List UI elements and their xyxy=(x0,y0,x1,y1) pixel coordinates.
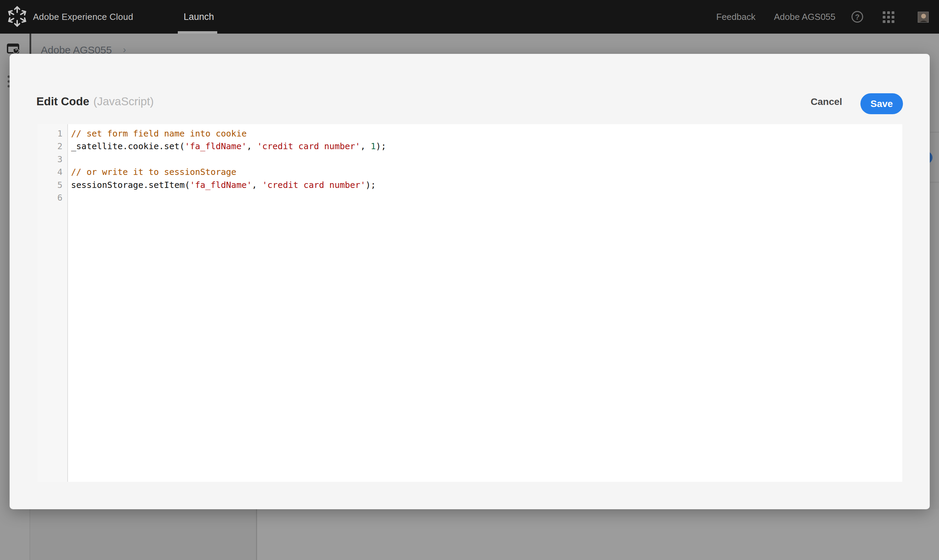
web-property-tag-icon[interactable] xyxy=(7,43,20,54)
line-number: 5 xyxy=(38,178,62,191)
line-number: 2 xyxy=(38,140,62,152)
screen: Adobe AGS055 › Adobe Experience xyxy=(0,0,939,560)
save-button[interactable]: Save xyxy=(860,93,903,114)
code-token: // set form field name into cookie xyxy=(71,129,247,138)
code-line xyxy=(71,153,902,166)
background-panel-border xyxy=(256,509,257,560)
line-number: 3 xyxy=(38,153,62,166)
top-bar: Adobe Experience Cloud Launch Feedback A… xyxy=(0,0,939,34)
code-token: 'fa_fldName' xyxy=(190,180,252,190)
edit-code-dialog: Edit Code(JavaScript) Cancel Save 123456… xyxy=(9,54,930,509)
feedback-link[interactable]: Feedback xyxy=(716,0,756,34)
code-line xyxy=(71,191,902,204)
code-token: ); xyxy=(365,180,376,190)
app-grid-icon[interactable] xyxy=(883,11,894,23)
brand-title: Adobe Experience Cloud xyxy=(33,0,133,34)
background-panel-divider xyxy=(930,132,939,133)
code-token: , xyxy=(247,141,257,151)
cancel-button[interactable]: Cancel xyxy=(811,96,842,107)
code-editor[interactable]: 123456 // set form field name into cooki… xyxy=(38,124,902,482)
line-number: 6 xyxy=(38,191,62,204)
code-token: 1 xyxy=(371,141,376,151)
help-icon[interactable]: ? xyxy=(851,11,863,23)
code-token: , xyxy=(360,141,371,151)
code-token: // or write it to sessionStorage xyxy=(71,167,236,177)
background-panel-divider xyxy=(930,182,939,183)
sidebar-divider xyxy=(29,34,31,54)
background-right-area xyxy=(257,509,939,560)
user-avatar[interactable] xyxy=(918,12,929,23)
line-number-gutter: 123456 xyxy=(38,124,68,482)
dialog-title-language: (JavaScript) xyxy=(93,95,154,108)
code-token: ); xyxy=(376,141,386,151)
code-token: 'credit card number' xyxy=(262,180,365,190)
tab-launch[interactable]: Launch xyxy=(183,0,214,34)
code-token: , xyxy=(252,180,262,190)
org-switcher[interactable]: Adobe AGS055 xyxy=(774,0,835,34)
background-panel xyxy=(30,509,256,560)
line-number: 4 xyxy=(38,166,62,178)
code-token: _satellite.cookie.set( xyxy=(71,141,185,151)
code-line: sessionStorage.setItem('fa_fldName', 'cr… xyxy=(71,178,902,191)
dialog-title-text: Edit Code xyxy=(36,95,89,108)
code-line: // set form field name into cookie xyxy=(71,127,902,140)
code-token: 'credit card number' xyxy=(257,141,360,151)
background-panel-border xyxy=(29,509,30,560)
dialog-title: Edit Code(JavaScript) xyxy=(36,95,154,108)
active-tab-underline xyxy=(178,31,217,34)
experience-cloud-logo-icon[interactable] xyxy=(6,5,28,28)
avatar-photo xyxy=(918,12,929,23)
code-token: sessionStorage.setItem( xyxy=(71,180,190,190)
code-line: _satellite.cookie.set('fa_fldName', 'cre… xyxy=(71,140,902,152)
line-number: 1 xyxy=(38,127,62,140)
code-token: 'fa_fldName' xyxy=(185,141,247,151)
code-line: // or write it to sessionStorage xyxy=(71,166,902,178)
code-content[interactable]: // set form field name into cookie_satel… xyxy=(68,124,902,482)
